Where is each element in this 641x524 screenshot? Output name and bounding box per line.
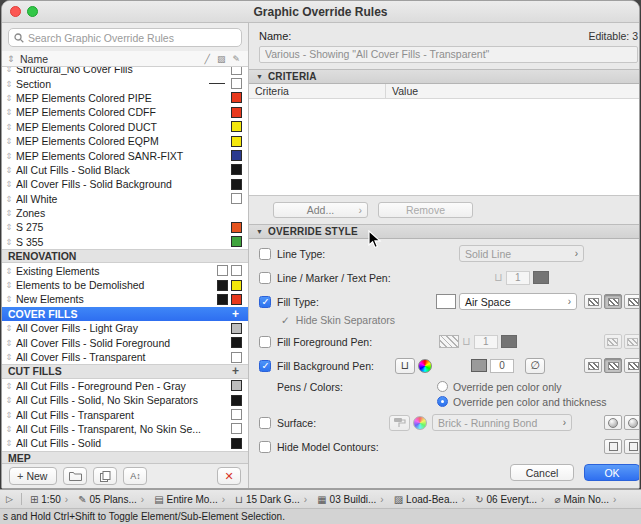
rule-item[interactable]: ⇕MEP Elements Colored CDFF [2, 105, 248, 119]
rule-group-label: MEP [2, 452, 245, 463]
quick-options-structure-display[interactable]: ▤Entire Mo...› [152, 494, 227, 505]
hide-model-contours-label: Hide Model Contours: [277, 441, 379, 453]
line-type-checkbox[interactable] [259, 248, 271, 260]
apply-to-cover-fill-toggle[interactable] [604, 294, 622, 309]
rule-item[interactable]: ⇕Structural_No Cover Fills [2, 67, 248, 76]
rule-item[interactable]: ⇕All Cover Fills - Light Gray [2, 321, 248, 335]
rule-item[interactable]: ⇕All Cut Fills - Foreground Pen - Gray [2, 379, 248, 393]
hide-skin-separators-label[interactable]: Hide Skin Separators [296, 314, 395, 326]
line-pen-number[interactable]: 1 [506, 271, 530, 285]
fill-foreground-pen-number[interactable]: 1 [474, 335, 498, 349]
apply-to-cover-fill-toggle[interactable] [604, 334, 622, 349]
override-style-section-header[interactable]: ▼ OVERRIDE STYLE [249, 224, 640, 239]
rule-group-header[interactable]: RENOVATION [2, 249, 248, 263]
fill-type-checkbox[interactable] [259, 296, 271, 308]
rule-group-header[interactable]: COVER FILLS+ [2, 307, 248, 321]
rule-item[interactable]: ⇕Zones [2, 206, 248, 220]
new-rule-button[interactable]: + New [9, 467, 57, 485]
rule-item[interactable]: ⇕All Cut Fills - Transparent, No Skin Se… [2, 422, 248, 436]
rule-item[interactable]: ⇕All Cut Fills - Solid [2, 436, 248, 450]
radio-button[interactable] [437, 381, 448, 392]
contour-option-toggle[interactable] [624, 439, 640, 454]
remove-criteria-button[interactable]: Remove [378, 202, 473, 218]
fill-foreground-pen-checkbox[interactable] [259, 336, 271, 348]
rule-item[interactable]: ⇕Elements to be Demolished [2, 278, 248, 292]
color-wheel-icon[interactable] [418, 359, 432, 373]
rule-item[interactable]: ⇕All White [2, 192, 248, 206]
criteria-empty-area[interactable] [249, 99, 640, 195]
line-type-dropdown[interactable]: Solid Line › [459, 245, 584, 262]
line-pen-color-swatch[interactable] [533, 271, 549, 284]
rule-item[interactable]: ⇕All Cover Fills - Solid Background [2, 177, 248, 191]
delete-rule-button[interactable]: ✕ [217, 467, 241, 485]
cancel-button[interactable]: Cancel [510, 464, 574, 481]
rule-group-header[interactable]: CUT FILLS+ [2, 364, 248, 378]
rule-item[interactable]: ⇕MEP Elements Colored PIPE [2, 91, 248, 105]
search-input[interactable] [28, 32, 236, 44]
rule-item[interactable]: ⇕All Cover Fills - Transparent [2, 350, 248, 364]
radio-button[interactable] [437, 396, 448, 407]
apply-to-drafting-fill-toggle[interactable] [624, 358, 640, 373]
rule-item[interactable]: ⇕All Cut Fills - Solid, No Skin Separato… [2, 393, 248, 407]
add-rule-in-group-button[interactable]: + [232, 366, 239, 376]
surface-checkbox[interactable] [259, 417, 271, 429]
statusbar-disclosure-icon[interactable]: ▷ [4, 494, 15, 504]
search-box[interactable] [8, 28, 242, 47]
fill-background-pen-checkbox[interactable] [259, 360, 271, 372]
color-swatch [231, 121, 242, 132]
apply-to-cut-surface-toggle[interactable] [604, 415, 622, 430]
rule-item[interactable]: ⇕MEP Elements Colored SANR-FIXT [2, 148, 248, 162]
background-pen-picker-button[interactable]: ⊔ [395, 358, 415, 374]
quick-options-graphic-override[interactable]: ▨Load-Bea...› [392, 494, 468, 505]
rule-item[interactable]: ⇕All Cut Fills - Transparent [2, 407, 248, 421]
color-wheel-icon[interactable] [413, 416, 427, 430]
rule-item[interactable]: ⇕All Cover Fills - Solid Foreground [2, 335, 248, 349]
pen-color-only-option[interactable]: Override pen color only [437, 381, 607, 393]
apply-to-drafting-fill-toggle[interactable] [624, 334, 640, 349]
apply-to-uncut-surface-toggle[interactable] [624, 415, 640, 430]
quick-options-model-view[interactable]: ▦03 Buildi...› [315, 494, 386, 505]
ok-button[interactable]: OK [584, 464, 640, 481]
fill-background-color-swatch[interactable] [471, 359, 487, 372]
fill-background-pen-number[interactable]: 0 [490, 359, 514, 373]
line-pen-checkbox[interactable] [259, 272, 271, 284]
rule-item[interactable]: ⇕MEP Elements Colored EQPM [2, 134, 248, 148]
quick-options-scale[interactable]: ⊞1:50› [28, 494, 70, 505]
apply-to-drafting-fill-toggle[interactable] [624, 294, 640, 309]
list-header[interactable]: ⇕ Name ╱ ▨ ✎ [2, 51, 248, 67]
titlebar[interactable]: Graphic Override Rules [2, 1, 639, 23]
close-window-button[interactable] [10, 6, 21, 17]
apply-to-cover-fill-toggle[interactable] [604, 358, 622, 373]
rule-item[interactable]: ⇕Section [2, 76, 248, 90]
surface-dropdown[interactable]: Brick - Running Bond › [432, 414, 572, 431]
duplicate-button[interactable] [93, 467, 117, 485]
rule-item[interactable]: ⇕S 355 [2, 235, 248, 249]
pen-color-and-thickness-option[interactable]: Override pen color and thickness [437, 396, 607, 408]
fill-type-dropdown[interactable]: Air Space › [459, 293, 577, 310]
rule-name-input[interactable] [259, 46, 638, 63]
rule-item[interactable]: ⇕All Cut Fills - Solid Black [2, 163, 248, 177]
quick-options-renovation-filter[interactable]: ↻06 Everyt...› [473, 494, 546, 505]
rename-button[interactable]: A↕ [123, 467, 147, 485]
rule-item[interactable]: ⇕S 275 [2, 220, 248, 234]
hide-model-contours-checkbox[interactable] [259, 441, 271, 453]
apply-to-cut-fill-toggle[interactable] [584, 294, 602, 309]
zoom-window-button[interactable] [27, 6, 38, 17]
fill-foreground-color-swatch[interactable] [501, 335, 517, 348]
name-column-header[interactable]: Name [20, 53, 205, 65]
criteria-section-header[interactable]: ▼ CRITERIA [249, 69, 640, 84]
rule-item[interactable]: ⇕Existing Elements [2, 263, 248, 277]
quick-options-pen-set[interactable]: ⊔15 Dark G...› [233, 494, 309, 505]
apply-to-cut-fill-toggle[interactable] [584, 358, 602, 373]
add-criteria-button[interactable]: Add... › [273, 202, 368, 218]
rule-group-header[interactable]: MEP [2, 451, 248, 463]
no-pen-button[interactable]: ∅ [525, 358, 545, 374]
contour-option-toggle[interactable] [604, 439, 622, 454]
quick-options-layer-combination[interactable]: ✎05 Plans...› [76, 494, 146, 505]
rule-item[interactable]: ⇕New Elements [2, 292, 248, 306]
quick-options-dimensions[interactable]: ⌀Main No...› [552, 494, 618, 505]
add-rule-in-group-button[interactable]: + [232, 309, 239, 319]
surface-paint-button[interactable] [389, 415, 410, 431]
rule-item[interactable]: ⇕MEP Elements Colored DUCT [2, 120, 248, 134]
new-folder-button[interactable] [63, 467, 87, 485]
